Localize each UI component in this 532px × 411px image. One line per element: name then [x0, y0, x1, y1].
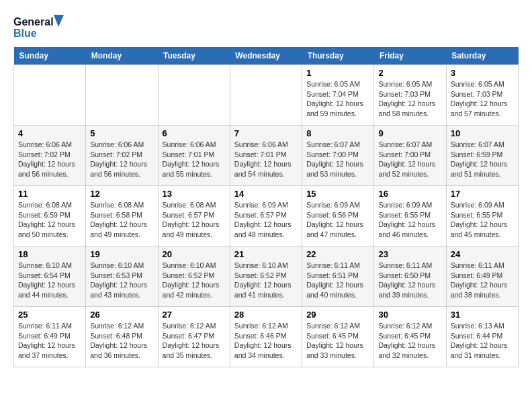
svg-text:General: General	[13, 16, 54, 28]
calendar-cell	[230, 65, 302, 126]
calendar-cell: 14Sunrise: 6:09 AM Sunset: 6:57 PM Dayli…	[230, 186, 302, 246]
day-info: Sunrise: 6:06 AM Sunset: 7:01 PM Dayligh…	[163, 140, 226, 179]
day-number: 5	[90, 128, 153, 138]
day-number: 31	[451, 310, 514, 320]
calendar-cell: 1Sunrise: 6:05 AM Sunset: 7:04 PM Daylig…	[302, 65, 374, 126]
day-number: 1	[306, 68, 369, 78]
day-info: Sunrise: 6:11 AM Sunset: 6:51 PM Dayligh…	[306, 261, 369, 300]
day-number: 18	[18, 249, 81, 259]
calendar-cell: 16Sunrise: 6:09 AM Sunset: 6:55 PM Dayli…	[374, 186, 446, 246]
weekday-header: Wednesday	[230, 47, 302, 65]
logo-svg: GeneralBlue	[13, 13, 67, 40]
day-number: 30	[378, 310, 441, 320]
calendar-cell: 24Sunrise: 6:11 AM Sunset: 6:49 PM Dayli…	[446, 246, 518, 307]
day-number: 6	[163, 128, 226, 138]
calendar-header: SundayMondayTuesdayWednesdayThursdayFrid…	[14, 47, 519, 65]
day-number: 15	[306, 189, 369, 199]
calendar-week-row: 11Sunrise: 6:08 AM Sunset: 6:59 PM Dayli…	[14, 186, 519, 246]
day-number: 8	[306, 128, 369, 138]
calendar-table: SundayMondayTuesdayWednesdayThursdayFrid…	[13, 47, 519, 367]
day-number: 24	[451, 249, 514, 259]
calendar-cell: 3Sunrise: 6:05 AM Sunset: 7:03 PM Daylig…	[446, 65, 518, 126]
svg-text:Blue: Blue	[13, 28, 37, 39]
day-info: Sunrise: 6:11 AM Sunset: 6:49 PM Dayligh…	[451, 261, 514, 300]
day-number: 20	[163, 249, 226, 259]
day-info: Sunrise: 6:12 AM Sunset: 6:46 PM Dayligh…	[234, 321, 298, 361]
calendar-cell: 15Sunrise: 6:09 AM Sunset: 6:56 PM Dayli…	[302, 186, 374, 246]
day-info: Sunrise: 6:06 AM Sunset: 7:02 PM Dayligh…	[90, 140, 153, 179]
calendar-cell: 7Sunrise: 6:06 AM Sunset: 7:01 PM Daylig…	[230, 126, 302, 186]
calendar-week-row: 4Sunrise: 6:06 AM Sunset: 7:02 PM Daylig…	[14, 126, 519, 186]
day-info: Sunrise: 6:10 AM Sunset: 6:52 PM Dayligh…	[163, 261, 226, 300]
calendar-cell: 18Sunrise: 6:10 AM Sunset: 6:54 PM Dayli…	[14, 246, 86, 307]
day-number: 3	[451, 68, 514, 78]
day-number: 27	[163, 310, 226, 320]
calendar-cell: 5Sunrise: 6:06 AM Sunset: 7:02 PM Daylig…	[86, 126, 158, 186]
day-number: 13	[163, 189, 226, 199]
calendar-cell	[158, 65, 230, 126]
day-info: Sunrise: 6:09 AM Sunset: 6:55 PM Dayligh…	[451, 200, 514, 240]
day-number: 26	[90, 310, 153, 320]
day-info: Sunrise: 6:05 AM Sunset: 7:03 PM Dayligh…	[378, 79, 441, 119]
day-info: Sunrise: 6:05 AM Sunset: 7:04 PM Dayligh…	[306, 79, 369, 119]
calendar-cell	[86, 65, 158, 126]
day-number: 29	[306, 310, 369, 320]
calendar-cell: 22Sunrise: 6:11 AM Sunset: 6:51 PM Dayli…	[302, 246, 374, 307]
day-number: 11	[18, 189, 81, 199]
day-number: 7	[234, 128, 298, 138]
day-number: 14	[234, 189, 298, 199]
day-number: 23	[378, 249, 441, 259]
calendar-cell: 21Sunrise: 6:10 AM Sunset: 6:52 PM Dayli…	[230, 246, 302, 307]
calendar-cell: 20Sunrise: 6:10 AM Sunset: 6:52 PM Dayli…	[158, 246, 230, 307]
day-info: Sunrise: 6:11 AM Sunset: 6:49 PM Dayligh…	[18, 321, 81, 361]
day-number: 4	[18, 128, 81, 138]
calendar-cell: 31Sunrise: 6:13 AM Sunset: 6:44 PM Dayli…	[446, 307, 518, 367]
day-info: Sunrise: 6:10 AM Sunset: 6:54 PM Dayligh…	[18, 261, 81, 300]
weekday-header: Tuesday	[158, 47, 230, 65]
calendar-cell	[14, 65, 86, 126]
calendar-cell: 6Sunrise: 6:06 AM Sunset: 7:01 PM Daylig…	[158, 126, 230, 186]
day-info: Sunrise: 6:06 AM Sunset: 7:01 PM Dayligh…	[234, 140, 298, 179]
weekday-header: Friday	[374, 47, 446, 65]
day-info: Sunrise: 6:09 AM Sunset: 6:57 PM Dayligh…	[234, 200, 298, 240]
calendar-cell: 30Sunrise: 6:12 AM Sunset: 6:45 PM Dayli…	[374, 307, 446, 367]
day-number: 12	[90, 189, 153, 199]
calendar-cell: 27Sunrise: 6:12 AM Sunset: 6:47 PM Dayli…	[158, 307, 230, 367]
day-info: Sunrise: 6:13 AM Sunset: 6:44 PM Dayligh…	[451, 321, 514, 361]
day-info: Sunrise: 6:08 AM Sunset: 6:57 PM Dayligh…	[163, 200, 226, 240]
weekday-header: Thursday	[302, 47, 374, 65]
day-info: Sunrise: 6:12 AM Sunset: 6:47 PM Dayligh…	[163, 321, 226, 361]
day-info: Sunrise: 6:07 AM Sunset: 6:59 PM Dayligh…	[451, 140, 514, 179]
day-info: Sunrise: 6:10 AM Sunset: 6:53 PM Dayligh…	[90, 261, 153, 300]
day-info: Sunrise: 6:07 AM Sunset: 7:00 PM Dayligh…	[306, 140, 369, 179]
day-number: 9	[378, 128, 441, 138]
day-info: Sunrise: 6:08 AM Sunset: 6:59 PM Dayligh…	[18, 200, 81, 240]
day-number: 28	[234, 310, 298, 320]
day-number: 21	[234, 249, 298, 259]
calendar-cell: 9Sunrise: 6:07 AM Sunset: 7:00 PM Daylig…	[374, 126, 446, 186]
calendar-cell: 19Sunrise: 6:10 AM Sunset: 6:53 PM Dayli…	[86, 246, 158, 307]
calendar-week-row: 18Sunrise: 6:10 AM Sunset: 6:54 PM Dayli…	[14, 246, 519, 307]
calendar-cell: 12Sunrise: 6:08 AM Sunset: 6:58 PM Dayli…	[86, 186, 158, 246]
day-info: Sunrise: 6:07 AM Sunset: 7:00 PM Dayligh…	[378, 140, 441, 179]
weekday-header: Sunday	[14, 47, 86, 65]
day-info: Sunrise: 6:06 AM Sunset: 7:02 PM Dayligh…	[18, 140, 81, 179]
calendar-week-row: 25Sunrise: 6:11 AM Sunset: 6:49 PM Dayli…	[14, 307, 519, 367]
calendar-week-row: 1Sunrise: 6:05 AM Sunset: 7:04 PM Daylig…	[14, 65, 519, 126]
day-info: Sunrise: 6:12 AM Sunset: 6:45 PM Dayligh…	[306, 321, 369, 361]
svg-marker-2	[54, 15, 64, 27]
day-info: Sunrise: 6:08 AM Sunset: 6:58 PM Dayligh…	[90, 200, 153, 240]
day-info: Sunrise: 6:11 AM Sunset: 6:50 PM Dayligh…	[378, 261, 441, 300]
weekday-header: Saturday	[446, 47, 518, 65]
calendar-cell: 8Sunrise: 6:07 AM Sunset: 7:00 PM Daylig…	[302, 126, 374, 186]
day-number: 19	[90, 249, 153, 259]
calendar-cell: 25Sunrise: 6:11 AM Sunset: 6:49 PM Dayli…	[14, 307, 86, 367]
calendar-cell: 10Sunrise: 6:07 AM Sunset: 6:59 PM Dayli…	[446, 126, 518, 186]
page-header: GeneralBlue	[13, 13, 519, 40]
weekday-header: Monday	[86, 47, 158, 65]
calendar-cell: 23Sunrise: 6:11 AM Sunset: 6:50 PM Dayli…	[374, 246, 446, 307]
calendar-body: 1Sunrise: 6:05 AM Sunset: 7:04 PM Daylig…	[14, 65, 519, 367]
day-info: Sunrise: 6:09 AM Sunset: 6:56 PM Dayligh…	[306, 200, 369, 240]
calendar-cell: 29Sunrise: 6:12 AM Sunset: 6:45 PM Dayli…	[302, 307, 374, 367]
calendar-cell: 4Sunrise: 6:06 AM Sunset: 7:02 PM Daylig…	[14, 126, 86, 186]
